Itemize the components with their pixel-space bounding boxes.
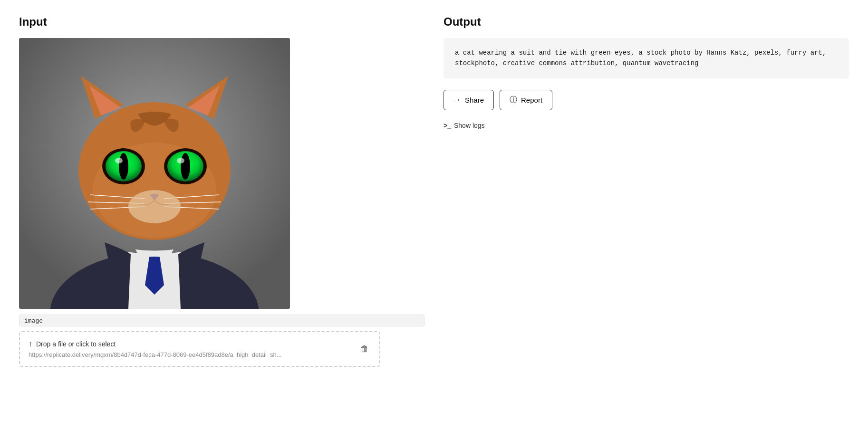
file-drop-area[interactable]: ↑ Drop a file or click to select https:/…	[19, 331, 380, 367]
delete-file-button[interactable]: 🗑	[358, 342, 371, 356]
drop-label: ↑ Drop a file or click to select	[29, 340, 282, 348]
output-section: Output a cat wearing a suit and tie with…	[444, 15, 849, 367]
output-title: Output	[444, 15, 849, 29]
show-logs-button[interactable]: >_ Show logs	[444, 122, 849, 129]
report-icon: ⓘ	[510, 95, 517, 105]
output-text-box: a cat wearing a suit and tie with green …	[444, 38, 849, 78]
svg-point-12	[119, 153, 128, 180]
delete-icon: 🗑	[360, 344, 369, 354]
svg-point-22	[128, 190, 181, 223]
drop-text: Drop a file or click to select	[36, 340, 116, 348]
report-button[interactable]: ⓘ Report	[500, 90, 552, 110]
svg-point-14	[115, 158, 123, 163]
share-label: Share	[465, 96, 484, 104]
svg-point-13	[181, 153, 190, 180]
terminal-icon: >_	[444, 122, 451, 129]
cat-image-svg	[19, 38, 290, 309]
image-label: image	[19, 315, 424, 326]
action-buttons: →︎ Share ⓘ Report	[444, 90, 849, 110]
svg-point-15	[177, 158, 184, 163]
file-drop-content: ↑ Drop a file or click to select https:/…	[29, 340, 282, 358]
report-label: Report	[521, 96, 542, 104]
input-section: Input	[19, 15, 424, 367]
input-image-display	[19, 38, 290, 309]
input-title: Input	[19, 15, 424, 29]
upload-icon: ↑	[29, 340, 32, 348]
show-logs-label: Show logs	[454, 122, 485, 129]
share-button[interactable]: →︎ Share	[444, 90, 494, 110]
share-icon: →︎	[453, 96, 461, 104]
file-url: https://replicate.delivery/mgxm/8b4d747d…	[29, 351, 282, 358]
page-layout: Input	[0, 0, 868, 382]
